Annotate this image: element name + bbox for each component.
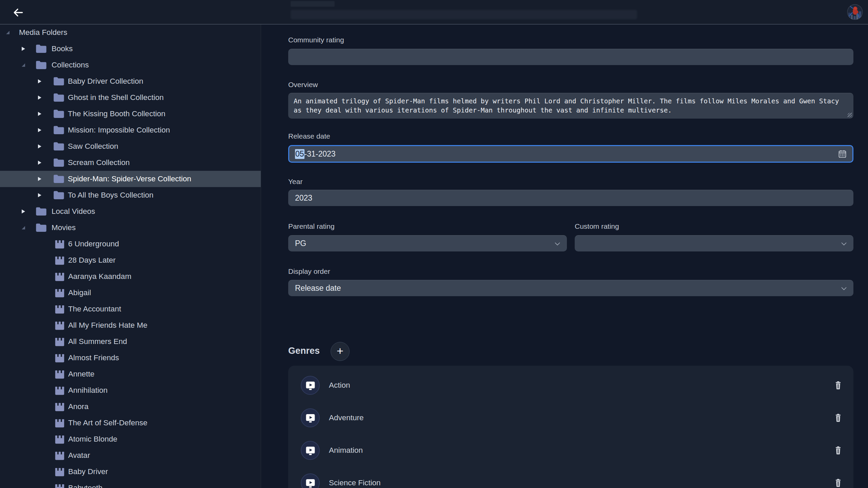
- collapse-icon[interactable]: [6, 31, 9, 34]
- sidebar-item-6-underground[interactable]: 6 Underground: [0, 236, 261, 252]
- community-rating-label: Community rating: [288, 36, 344, 45]
- sidebar-item-label: Annihilation: [68, 386, 107, 395]
- parental-rating-select[interactable]: PG: [288, 235, 567, 251]
- metadata-editor: Community rating Overview An animated tr…: [261, 24, 868, 488]
- folder-icon: [53, 77, 65, 86]
- movie-icon: [54, 321, 65, 330]
- movie-badge-icon: [301, 473, 320, 488]
- sidebar-item-label: Movies: [52, 223, 76, 232]
- sidebar-item-avatar[interactable]: Avatar: [0, 447, 261, 464]
- custom-rating-label: Custom rating: [575, 222, 619, 231]
- genre-label: Adventure: [329, 413, 364, 422]
- expand-icon[interactable]: [38, 193, 41, 197]
- sidebar-item-the-art-of-self-defense[interactable]: The Art of Self-Defense: [0, 415, 261, 431]
- parental-rating-label: Parental rating: [288, 222, 335, 231]
- sidebar-item-almost-friends[interactable]: Almost Friends: [0, 350, 261, 366]
- movie-icon: [54, 434, 65, 444]
- sidebar-item-ghost-in-the-shell-collection[interactable]: Ghost in the Shell Collection: [0, 89, 261, 106]
- sidebar-item-aaranya-kaandam[interactable]: Aaranya Kaandam: [0, 268, 261, 285]
- sidebar-tree: Media FoldersBooksCollectionsBaby Driver…: [0, 24, 261, 488]
- sidebar-item-to-all-the-boys-collection[interactable]: To All the Boys Collection: [0, 187, 261, 203]
- expand-icon[interactable]: [38, 144, 41, 148]
- sidebar-item-the-accountant[interactable]: The Accountant: [0, 301, 261, 317]
- genre-label: Science Fiction: [329, 479, 381, 487]
- sidebar-item-label: Baby Driver Collection: [68, 77, 143, 86]
- sidebar-item-annihilation[interactable]: Annihilation: [0, 382, 261, 399]
- collapse-icon[interactable]: [22, 63, 25, 67]
- back-button[interactable]: [12, 7, 24, 18]
- expand-icon[interactable]: [38, 161, 41, 165]
- sidebar-item-media-folders[interactable]: Media Folders: [0, 24, 261, 41]
- display-order-label: Display order: [288, 267, 330, 276]
- user-avatar[interactable]: [847, 4, 863, 20]
- folder-icon: [53, 125, 65, 135]
- sidebar-item-baby-driver-collection[interactable]: Baby Driver Collection: [0, 73, 261, 89]
- expand-icon[interactable]: [38, 128, 41, 132]
- date-rest: -31-2023: [304, 149, 336, 159]
- custom-rating-select[interactable]: [575, 235, 853, 251]
- expand-icon[interactable]: [22, 209, 25, 214]
- sidebar-item-annette[interactable]: Annette: [0, 366, 261, 382]
- sidebar-item-label: To All the Boys Collection: [68, 191, 154, 200]
- chevron-down-icon: [553, 240, 561, 248]
- movie-icon: [54, 272, 65, 282]
- sidebar-item-spider-man-spider-verse-collection[interactable]: Spider-Man: Spider-Verse Collection: [0, 171, 261, 187]
- calendar-icon[interactable]: [838, 149, 847, 159]
- sidebar-item-label: The Accountant: [68, 305, 121, 313]
- delete-genre-button[interactable]: [834, 413, 842, 423]
- sidebar-item-anora[interactable]: Anora: [0, 399, 261, 415]
- sidebar-item-label: Local Videos: [52, 207, 95, 216]
- year-value: 2023: [295, 194, 312, 203]
- sidebar-item-books[interactable]: Books: [0, 41, 261, 57]
- sidebar-item-scream-collection[interactable]: Scream Collection: [0, 155, 261, 171]
- expand-icon[interactable]: [22, 47, 25, 51]
- display-order-select[interactable]: Release date: [288, 280, 853, 296]
- sidebar-item-abigail[interactable]: Abigail: [0, 285, 261, 301]
- movie-icon: [54, 467, 65, 477]
- folder-icon: [35, 223, 47, 233]
- movie-badge-icon: [301, 408, 320, 427]
- sidebar-item-all-summers-end[interactable]: All Summers End: [0, 333, 261, 350]
- sidebar-item-label: The Art of Self-Defense: [68, 419, 147, 427]
- expand-icon[interactable]: [38, 79, 41, 83]
- year-input[interactable]: 2023: [288, 190, 853, 206]
- collapse-icon[interactable]: [22, 226, 25, 229]
- sidebar-item-label: Aaranya Kaandam: [68, 272, 131, 281]
- movie-icon: [54, 483, 65, 488]
- folder-icon: [53, 190, 65, 200]
- sidebar-item-collections[interactable]: Collections: [0, 57, 261, 73]
- sidebar-item-movies[interactable]: Movies: [0, 220, 261, 236]
- movie-badge-icon: [301, 376, 320, 395]
- sidebar-item-saw-collection[interactable]: Saw Collection: [0, 138, 261, 155]
- sidebar-item-babyteeth[interactable]: Babyteeth: [0, 480, 261, 488]
- movie-icon: [54, 369, 65, 379]
- sidebar-item-label: 28 Days Later: [68, 256, 116, 265]
- sidebar-item-the-kissing-booth-collection[interactable]: The Kissing Booth Collection: [0, 106, 261, 122]
- sidebar-item-atomic-blonde[interactable]: Atomic Blonde: [0, 431, 261, 447]
- delete-genre-button[interactable]: [834, 446, 842, 455]
- sidebar-item-baby-driver[interactable]: Baby Driver: [0, 464, 261, 480]
- sidebar-item-label: Scream Collection: [68, 158, 130, 167]
- movie-icon: [54, 256, 65, 265]
- movie-icon: [54, 451, 65, 461]
- sidebar-item-label: Abigail: [68, 288, 91, 297]
- genre-label: Animation: [329, 446, 363, 455]
- sidebar-item-mission-impossible-collection[interactable]: Mission: Impossible Collection: [0, 122, 261, 138]
- community-rating-input[interactable]: [288, 49, 853, 65]
- expand-icon[interactable]: [38, 177, 41, 181]
- sidebar-item-all-my-friends-hate-me[interactable]: All My Friends Hate Me: [0, 317, 261, 333]
- delete-genre-button[interactable]: [834, 381, 842, 390]
- sidebar-item-label: Avatar: [68, 451, 90, 460]
- release-date-input[interactable]: 05-31-2023: [288, 145, 853, 163]
- delete-genre-button[interactable]: [834, 479, 842, 488]
- sidebar-item-label: Annette: [68, 370, 95, 379]
- sidebar-item-label: 6 Underground: [68, 240, 119, 248]
- expand-icon[interactable]: [38, 112, 41, 116]
- overview-textarea[interactable]: An animated trilogy of Spider-Man films …: [288, 93, 853, 119]
- display-order-value: Release date: [295, 284, 341, 293]
- add-genre-button[interactable]: +: [331, 342, 350, 361]
- sidebar-item-28-days-later[interactable]: 28 Days Later: [0, 252, 261, 268]
- arrow-left-icon: [12, 7, 24, 18]
- sidebar-item-local-videos[interactable]: Local Videos: [0, 203, 261, 220]
- expand-icon[interactable]: [38, 96, 41, 100]
